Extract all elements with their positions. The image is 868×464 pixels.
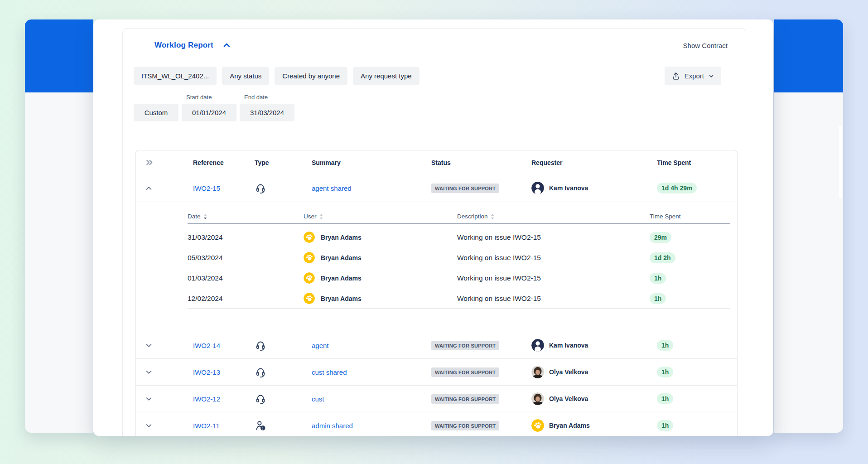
- report-card: Worklog Report Show Contract ITSM_WL_OL_…: [122, 28, 746, 436]
- avatar: [531, 419, 544, 432]
- avatar: [304, 272, 315, 284]
- summary-link[interactable]: cust shared: [312, 368, 431, 376]
- worklog-header-row: Date User Description Time Spent: [188, 202, 730, 224]
- date-filter-bar: Custom Start date 01/01/2024 End date 31…: [134, 94, 733, 121]
- requester-cell: Olya Velkova: [531, 366, 657, 378]
- time-spent-badge: 1h: [657, 393, 673, 404]
- status-badge: WAITING FOR SUPPORT: [431, 341, 499, 350]
- summary-link[interactable]: agent: [312, 342, 431, 349]
- panel-scrollbar-thumb[interactable]: [839, 126, 842, 198]
- time-spent-badge: 1h: [657, 367, 673, 377]
- collapse-row-button[interactable]: [136, 184, 193, 192]
- column-header-type: Type: [255, 159, 312, 166]
- request-type-headset-icon: [255, 339, 312, 351]
- chevron-down-icon: [145, 395, 153, 403]
- avatar: [531, 182, 544, 194]
- requester-name: Olya Velkova: [549, 395, 588, 402]
- worklog-description: Working on issue IWO2-15: [457, 254, 650, 262]
- issue-link[interactable]: IWO2-15: [193, 184, 255, 192]
- filter-bar: ITSM_WL_OL_2402... Any status Created by…: [134, 67, 721, 85]
- summary-link[interactable]: admin shared: [312, 422, 431, 430]
- worklog-user-name: Bryan Adams: [321, 234, 362, 241]
- issue-link[interactable]: IWO2-13: [193, 368, 255, 376]
- column-header-requester: Requester: [531, 159, 657, 166]
- chevron-up-icon: [145, 184, 153, 192]
- request-type-filter-chip[interactable]: Any request type: [353, 67, 420, 85]
- requester-cell: Kam Ivanova: [531, 182, 657, 194]
- expand-row-button[interactable]: [136, 368, 193, 376]
- worklog-user-name: Bryan Adams: [321, 295, 362, 302]
- requester-cell: Kam Ivanova: [531, 339, 657, 352]
- issue-link[interactable]: IWO2-14: [193, 342, 255, 349]
- table-row: IWO2-12 cust WAITING FOR SUPPORT Olya Ve…: [136, 386, 737, 412]
- worklog-entries: 31/03/2024 Bryan Adams Working on issue …: [188, 224, 730, 309]
- expand-row-button[interactable]: [136, 342, 193, 349]
- export-button-label: Export: [685, 72, 704, 80]
- chevron-down-icon: [145, 422, 153, 430]
- end-date-input[interactable]: 31/03/2024: [240, 104, 294, 121]
- start-date-input[interactable]: 01/01/2024: [182, 104, 236, 121]
- requester-name: Kam Ivanova: [549, 184, 588, 192]
- worklog-column-date[interactable]: Date: [188, 213, 304, 220]
- worklog-description: Working on issue IWO2-15: [457, 295, 650, 303]
- preset-label-spacer: [138, 94, 178, 101]
- worklog-entry: 31/03/2024 Bryan Adams Working on issue …: [188, 227, 730, 247]
- expand-row-button[interactable]: [136, 422, 193, 430]
- left-panel-header-bar: [25, 19, 93, 92]
- sort-icon: [319, 213, 323, 220]
- report-header: Worklog Report Show Contract: [123, 29, 746, 55]
- time-spent-badge: 1h: [657, 340, 673, 351]
- contract-filter-chip[interactable]: ITSM_WL_OL_2402...: [134, 67, 217, 85]
- worklog-user: Bryan Adams: [304, 232, 457, 243]
- sort-icon: [203, 213, 207, 220]
- date-preset-chip[interactable]: Custom: [134, 104, 178, 121]
- collapse-report-button[interactable]: [222, 41, 231, 49]
- show-contract-link[interactable]: Show Contract: [683, 42, 728, 49]
- column-header-reference: Reference: [193, 159, 255, 166]
- left-preview-panel: [25, 19, 93, 433]
- status-badge: WAITING FOR SUPPORT: [431, 184, 499, 193]
- worklog-column-description[interactable]: Description: [457, 213, 650, 220]
- worklog-date: 12/02/2024: [188, 295, 304, 303]
- expand-row-button[interactable]: [136, 395, 193, 403]
- worklog-column-time-spent: Time Spent: [650, 213, 730, 220]
- worklog-date: 05/03/2024: [188, 254, 304, 262]
- sort-icon: [490, 213, 495, 220]
- avatar: [304, 232, 315, 243]
- avatar: [304, 293, 315, 304]
- page-background: Worklog Report Show Contract ITSM_WL_OL_…: [0, 0, 868, 464]
- expand-all-button[interactable]: [136, 158, 193, 167]
- avatar: [531, 339, 544, 352]
- table-header-row: Reference Type Summary Status Requester …: [136, 150, 737, 174]
- status-filter-chip[interactable]: Any status: [222, 67, 269, 85]
- start-date-label: Start date: [186, 94, 236, 101]
- creator-filter-chip[interactable]: Created by anyone: [275, 67, 347, 85]
- issue-link[interactable]: IWO2-11: [193, 422, 255, 430]
- requester-name: Bryan Adams: [549, 422, 590, 429]
- worklog-time-badge: 29m: [650, 232, 671, 243]
- table-row: IWO2-11 admin shared WAITING FOR SUPPORT…: [136, 412, 737, 436]
- avatar: [531, 392, 544, 405]
- chevron-down-icon: [145, 342, 153, 349]
- issue-link[interactable]: IWO2-12: [193, 395, 255, 403]
- export-button[interactable]: Export: [665, 67, 721, 85]
- right-preview-panel: [774, 19, 843, 433]
- worklog-time-badge: 1d 2h: [650, 252, 675, 263]
- column-header-summary: Summary: [312, 159, 431, 166]
- worklog-column-user[interactable]: User: [304, 213, 457, 220]
- time-spent-badge: 1d 4h 29m: [657, 183, 697, 193]
- request-type-headset-icon: [255, 393, 312, 405]
- time-spent-badge: 1h: [657, 420, 673, 431]
- worklog-time-badge: 1h: [650, 293, 666, 304]
- table-row: IWO2-15 agent shared WAITING FOR SUPPORT…: [136, 174, 737, 202]
- status-badge: WAITING FOR SUPPORT: [431, 421, 499, 430]
- chevron-up-icon: [222, 41, 231, 49]
- worklog-user-name: Bryan Adams: [321, 275, 362, 282]
- summary-link[interactable]: agent shared: [312, 184, 431, 192]
- export-upload-icon: [671, 72, 680, 81]
- worklog-details-panel: Date User Description Time Spent: [136, 202, 737, 332]
- worklog-date: 31/03/2024: [188, 233, 304, 242]
- summary-link[interactable]: cust: [312, 395, 431, 403]
- worklog-description: Working on issue IWO2-15: [457, 274, 650, 282]
- requester-cell: Olya Velkova: [531, 392, 657, 405]
